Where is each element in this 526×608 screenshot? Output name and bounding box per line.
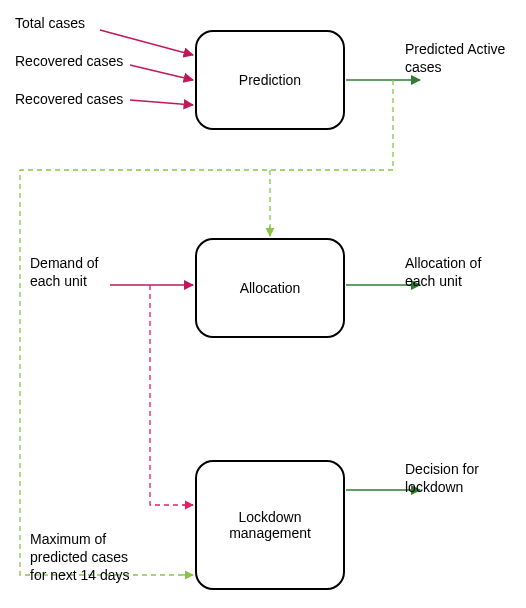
label-max-predicted: Maximum of predicted cases for next 14 d… (30, 530, 130, 585)
label-predicted-active: Predicted Active cases (405, 40, 505, 76)
lockdown-label: Lockdown management (229, 509, 311, 541)
label-allocation-out: Allocation of each unit (405, 254, 481, 290)
lockdown-box: Lockdown management (195, 460, 345, 590)
allocation-box: Allocation (195, 238, 345, 338)
label-total-cases: Total cases (15, 14, 85, 32)
label-recovered-1: Recovered cases (15, 52, 123, 70)
prediction-box: Prediction (195, 30, 345, 130)
arrow-recovered-2 (130, 100, 193, 105)
allocation-label: Allocation (240, 280, 301, 296)
label-demand: Demand of each unit (30, 254, 98, 290)
label-decision: Decision for lockdown (405, 460, 479, 496)
label-recovered-2: Recovered cases (15, 90, 123, 108)
arrow-recovered-1 (130, 65, 193, 80)
dashed-demand-to-lockdown (150, 285, 193, 505)
prediction-label: Prediction (239, 72, 301, 88)
